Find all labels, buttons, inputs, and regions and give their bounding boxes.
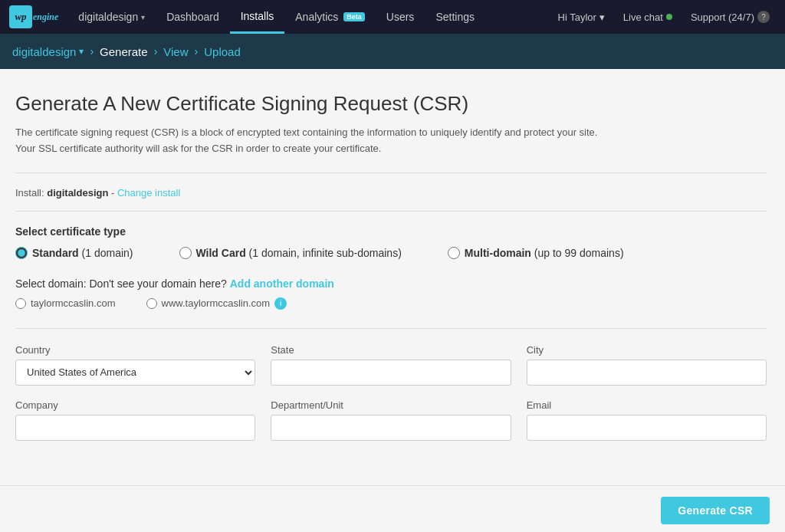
breadcrumb-generate[interactable]: Generate: [100, 45, 148, 58]
user-menu[interactable]: Hi Taylor ▾: [552, 11, 611, 23]
country-label: Country: [15, 344, 255, 356]
logo[interactable]: wp engine: [9, 5, 58, 28]
domain-info-icon[interactable]: i: [274, 297, 287, 310]
bottom-bar: Generate CSR: [0, 485, 785, 532]
email-label: Email: [527, 399, 767, 411]
breadcrumb-dropdown-icon: ▾: [79, 46, 84, 57]
live-chat-button[interactable]: Live chat: [617, 11, 678, 23]
nav-right: Hi Taylor ▾ Live chat Support (24/7) ?: [552, 11, 777, 23]
department-label: Department/Unit: [271, 399, 511, 411]
nav-item-digitaldesign[interactable]: digitaldesign ▾: [67, 0, 156, 34]
breadcrumb-chevron-3: ›: [195, 45, 199, 57]
cert-radio-multidomain[interactable]: [448, 247, 460, 259]
analytics-beta-badge: Beta: [343, 12, 365, 21]
nav-links: digitaldesign ▾ Dashboard Installs Analy…: [67, 0, 551, 34]
cert-type-standard[interactable]: Standard (1 domain): [15, 247, 133, 259]
domain-radio-2[interactable]: [146, 298, 157, 309]
chevron-down-icon: ▾: [141, 13, 145, 21]
form-group-department: Department/Unit: [271, 399, 511, 441]
divider-2: [15, 211, 767, 212]
nav-item-installs[interactable]: Installs: [230, 0, 285, 34]
domain-label: Select domain: Don't see your domain her…: [15, 277, 767, 290]
state-label: State: [271, 344, 511, 356]
cert-type-label: Select certificate type: [15, 225, 767, 238]
change-install-link[interactable]: Change install: [117, 187, 180, 199]
nav-item-analytics[interactable]: Analytics Beta: [284, 0, 376, 34]
divider-1: [15, 172, 767, 173]
support-info-icon: ?: [757, 11, 770, 23]
state-input[interactable]: [271, 360, 511, 386]
breadcrumb-chevron-2: ›: [154, 45, 158, 57]
country-select[interactable]: United States of America Canada United K…: [15, 360, 255, 386]
live-status-dot: [666, 14, 672, 20]
generate-csr-button[interactable]: Generate CSR: [661, 497, 770, 524]
cert-types-group: Standard (1 domain) Wild Card (1 domain,…: [15, 247, 767, 259]
breadcrumb-chevron-1: ›: [90, 45, 94, 57]
form-row-1: Country United States of America Canada …: [15, 344, 767, 386]
add-domain-link[interactable]: Add another domain: [230, 277, 334, 290]
company-input[interactable]: [15, 415, 255, 441]
support-button[interactable]: Support (24/7) ?: [685, 11, 776, 23]
form-row-2: Company Department/Unit Email: [15, 399, 767, 441]
nav-item-settings[interactable]: Settings: [425, 0, 485, 34]
top-navigation: wp engine digitaldesign ▾ Dashboard Inst…: [0, 0, 785, 34]
domain-options: taylormccaslin.com www.taylormccaslin.co…: [15, 297, 767, 310]
user-chevron-icon: ▾: [599, 11, 605, 23]
domain-radio-1[interactable]: [15, 298, 26, 309]
page-title: Generate A New Certificate Signing Reque…: [15, 92, 767, 116]
breadcrumb-bar: digitaldesign ▾ › Generate › View › Uplo…: [0, 34, 785, 69]
cert-type-multidomain[interactable]: Multi-domain (up to 99 domains): [448, 247, 624, 259]
install-row: Install: digitaldesign - Change install: [15, 187, 767, 199]
main-content: Generate A New Certificate Signing Reque…: [0, 69, 782, 485]
form-divider: [15, 328, 767, 329]
department-input[interactable]: [271, 415, 511, 441]
form-group-email: Email: [527, 399, 767, 441]
form-group-company: Company: [15, 399, 255, 441]
form-group-country: Country United States of America Canada …: [15, 344, 255, 386]
city-input[interactable]: [527, 360, 767, 386]
cert-radio-standard[interactable]: [15, 247, 28, 259]
form-group-city: City: [527, 344, 767, 386]
company-label: Company: [15, 399, 255, 411]
city-label: City: [527, 344, 767, 356]
cert-type-wildcard[interactable]: Wild Card (1 domain, infinite sub-domain…: [179, 247, 402, 259]
form-group-state: State: [271, 344, 511, 386]
install-name: digitaldesign: [47, 187, 108, 199]
page-description: The certificate signing request (CSR) is…: [15, 125, 613, 157]
domain-option-2[interactable]: www.taylormccaslin.com i: [146, 297, 287, 310]
breadcrumb-digitaldesign[interactable]: digitaldesign ▾: [12, 45, 84, 58]
nav-item-dashboard[interactable]: Dashboard: [156, 0, 230, 34]
domain-option-1[interactable]: taylormccaslin.com: [15, 297, 116, 309]
cert-radio-wildcard[interactable]: [179, 247, 192, 259]
logo-box: wp: [9, 5, 32, 28]
nav-item-users[interactable]: Users: [376, 0, 425, 34]
domain-section: Select domain: Don't see your domain her…: [15, 277, 767, 310]
breadcrumb-view[interactable]: View: [163, 45, 188, 58]
email-input[interactable]: [527, 415, 767, 441]
breadcrumb-upload[interactable]: Upload: [204, 45, 241, 58]
